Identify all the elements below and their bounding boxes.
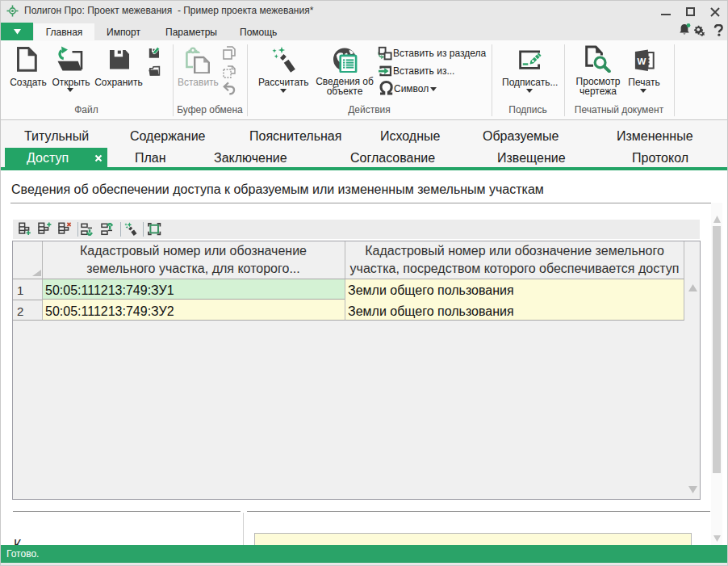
svg-text:W: W — [638, 57, 646, 66]
